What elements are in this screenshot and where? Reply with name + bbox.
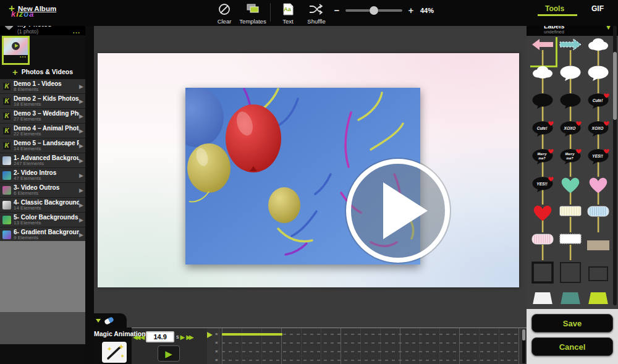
text-button[interactable]: Aa Text (274, 2, 302, 25)
row-close-button[interactable]: × (215, 349, 218, 354)
effects-icon (104, 316, 114, 324)
chevron-right-icon: ▶ (79, 202, 83, 208)
add-photos-button[interactable]: + Photos & Videos (0, 64, 85, 79)
sidebar-item[interactable]: 4- Classic Backgrounds14 Elements▶ (0, 198, 85, 213)
sticker-sign[interactable] (558, 232, 583, 260)
animation-tab[interactable] (91, 313, 127, 328)
stickers-scrollbar[interactable] (613, 21, 617, 305)
sticker-bubble[interactable] (558, 93, 583, 121)
sticker-cloud[interactable] (586, 37, 611, 65)
sticker-heart[interactable] (586, 176, 611, 204)
time-unit-label: s (176, 334, 179, 340)
zoom-slider[interactable] (345, 9, 402, 12)
sidebar-item[interactable]: 5- Color Backgrounds13 Elements▶ (0, 213, 85, 227)
sticker-bubble[interactable]: XOXO (586, 121, 611, 148)
sticker-bubble[interactable]: XOXO (558, 121, 583, 148)
svg-text:YES!!: YES!! (592, 154, 603, 158)
timeline-track[interactable] (222, 351, 520, 352)
sticker-bubble[interactable]: Marry me? (558, 148, 583, 176)
sidebar-item[interactable]: 6- Gradient Backgrounds9 Elements▶ (0, 227, 85, 242)
sticker-arrow-left[interactable] (530, 37, 555, 65)
svg-text:Cute!: Cute! (593, 98, 603, 103)
row-close-button[interactable]: × (215, 357, 218, 363)
sticker-bubble[interactable] (530, 93, 555, 121)
sticker-bubble[interactable]: Marry me? (530, 148, 555, 176)
sidebar-item[interactable]: KDemo 1 - Videos8 Elements▶ (0, 79, 85, 94)
chevron-right-icon: ▶ (79, 143, 83, 149)
row-close-button[interactable]: × (215, 331, 218, 337)
sticker-sign-round[interactable] (530, 232, 555, 260)
chevron-right-icon: ▶ (79, 98, 83, 104)
sticker-trapezoid[interactable] (586, 287, 611, 304)
plus-icon: + (9, 4, 15, 13)
sticker-bubble[interactable]: Cute! (586, 93, 611, 121)
sticker-bubble[interactable] (558, 65, 583, 93)
zoom-slider-thumb[interactable] (370, 6, 378, 15)
sticker-arrow-right[interactable] (558, 37, 583, 65)
new-album-button[interactable]: + New Album (9, 4, 56, 13)
chevron-right-icon: ▶ (79, 158, 83, 164)
sidebar-item[interactable]: 2- Video Intros47 Elements▶ (0, 168, 85, 183)
templates-button[interactable]: Templates (239, 2, 267, 25)
sidebar-item[interactable]: KDemo 2 – Kids Photos18 Elements▶ (0, 94, 85, 109)
sidebar-item[interactable]: KDemo 5 – Landscape Photos14 Elements▶ (0, 138, 85, 153)
thumbnail-menu-button[interactable]: ... (20, 52, 27, 59)
zoom-value: 44% (420, 7, 434, 14)
sticker-heart[interactable] (530, 204, 555, 232)
timeline-row: × (207, 357, 527, 364)
sidebar-item[interactable]: KDemo 4 – Animal Photos22 Elements▶ (0, 124, 85, 138)
video-preview[interactable] (185, 88, 420, 265)
scrollbar-thumb[interactable] (613, 52, 617, 120)
sidebar-item-count: 8 Elements (14, 87, 79, 92)
album-menu-button[interactable]: ... (73, 27, 80, 35)
sticker-frame-small[interactable] (586, 260, 611, 287)
sticker-frame[interactable] (530, 260, 555, 287)
sidebar-item[interactable]: 1- Advanced Backgrounds247 Elements▶ (0, 153, 85, 168)
clip-duration-bar[interactable] (222, 333, 282, 336)
chevron-right-icon: ▶ (79, 232, 83, 238)
zoom-control: − + 44% (332, 5, 434, 15)
timeline-row: × (207, 339, 527, 347)
sticker-bubble[interactable]: Cute! (530, 121, 555, 148)
sticker-bubble[interactable]: YES!! (530, 176, 555, 204)
tab-tools[interactable]: Tools (545, 4, 564, 13)
svg-text:XOXO: XOXO (591, 126, 604, 130)
zoom-out-button[interactable]: − (332, 5, 341, 15)
sticker-frame[interactable] (558, 260, 583, 287)
sidebar-item[interactable]: KDemo 3 – Wedding Photos27 Elements▶ (0, 109, 85, 124)
clear-button[interactable]: Clear (210, 2, 239, 25)
sticker-bubble[interactable]: YES!! (586, 148, 611, 176)
play-button[interactable] (345, 158, 451, 264)
save-button[interactable]: Save (531, 314, 613, 332)
shuffle-button[interactable]: Shuffle (302, 2, 331, 25)
sidebar-item-count: 18 Elements (14, 101, 79, 107)
step-forward-button[interactable]: ▶ (180, 334, 185, 341)
magic-wand-button[interactable] (102, 342, 127, 363)
sticker-heart[interactable] (558, 176, 583, 204)
new-album-label: New Album (18, 5, 56, 12)
skip-forward-button[interactable]: ▶▶ (186, 334, 192, 341)
cancel-button[interactable]: Cancel (531, 337, 613, 356)
svg-text:Marry: Marry (538, 152, 548, 156)
tab-gif[interactable]: GIF (591, 4, 604, 13)
sticker-trapezoid[interactable] (530, 287, 555, 304)
sticker-trapezoid[interactable] (558, 287, 583, 304)
zoom-in-button[interactable]: + (407, 5, 415, 15)
playhead-icon[interactable] (207, 332, 213, 338)
timeline-track[interactable] (222, 360, 520, 361)
row-close-button[interactable]: × (215, 340, 218, 345)
timeline-play-button[interactable]: ▶ (158, 345, 180, 362)
timeline-track[interactable] (222, 342, 520, 344)
sticker-sign[interactable] (558, 204, 583, 232)
chevron-down-icon (96, 319, 101, 323)
sticker-cloud[interactable] (530, 65, 555, 93)
sidebar-item[interactable]: 3- Video Outros6 Elements▶ (0, 183, 85, 198)
svg-text:me?: me? (566, 156, 574, 160)
sidebar-item-count: 247 Elements (14, 161, 79, 166)
plus-icon: + (12, 67, 18, 77)
album-thumbnail[interactable]: ... (2, 36, 30, 65)
sticker-sign-round[interactable] (586, 204, 611, 232)
sticker-bubble[interactable] (586, 65, 611, 93)
sticker-rect[interactable] (586, 232, 611, 260)
timeline-grid: ×××× (207, 328, 527, 364)
